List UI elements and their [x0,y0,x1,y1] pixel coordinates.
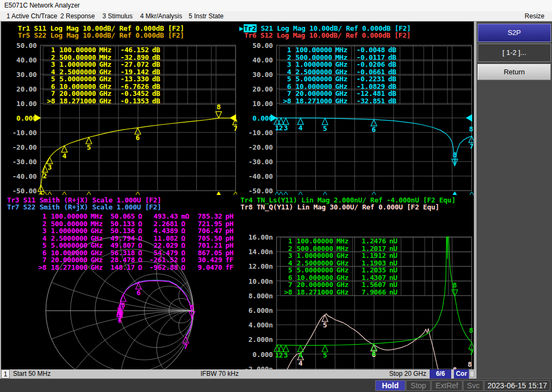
q3-trace7-header: Tr7 S22 Smith (R+jX) Scale 1.000U [F2] [7,203,161,211]
menu-item-3[interactable]: 3 Stimulus [100,11,135,22]
q1-ref-right [230,114,236,122]
cell: dB [150,54,164,61]
q3-marker-table-row-5: 55.0000000GHz49.807Ω22.029Ω701.21pH [34,242,236,249]
cell: MHz [334,245,353,253]
q2-ytick: -50.00 [239,187,273,195]
cell: 500.00000 [293,245,334,253]
menu-item-1[interactable]: 1 Active Ch/Trace [4,11,59,22]
q2-ytick: 40.00 [239,56,273,64]
cell: -13.330 [115,75,150,83]
cell: 49.807 [107,242,136,249]
cell: 50.133 [107,220,136,228]
cell: 5.0000000 [56,75,97,83]
cell: GHz [97,97,115,105]
q1-trace5-header: Tr5 S22 Log Mag 10.00dB/ Ref 0.000dB [F2… [18,31,184,39]
cell: GHz [334,260,353,267]
cell: 3 [279,61,292,68]
cell: GHz [334,267,353,274]
cell: 1.5607 [353,281,387,289]
cell: 1.2035 [353,267,387,274]
q1-marker-7: 7 [233,118,238,132]
cell: fF [223,256,236,264]
cell: GHz [97,61,115,68]
cell: 7 [280,281,293,289]
q1-ytick: -50.00 [3,187,37,195]
cell: MHz [333,54,351,61]
cell: 4 [280,260,293,267]
q1-ytick: 20.00 [3,85,37,93]
cell: Ω [136,235,147,242]
cell: Ω [136,242,147,249]
cell: 7 [43,90,56,97]
cell: 49.794 [107,235,136,242]
q4-marker-table-row-4: 42.5000000GHz1.1903nU [280,260,401,267]
cell: dB [386,90,400,97]
svg-text:2: 2 [279,124,283,132]
cell: 18.271000 [47,264,88,271]
cell: dB [150,75,164,83]
svg-text:4: 4 [299,359,303,367]
cell: -261.52 [147,256,179,264]
cell: GHz [333,83,351,90]
cell: GHz [333,68,351,76]
cell: 5 [43,75,56,83]
cell: dB [386,61,400,68]
cell: -27.072 [115,61,150,68]
cell: Ω [179,249,194,257]
cell: 5 [34,242,47,249]
cell: nU [387,267,401,274]
svg-text:4: 4 [63,152,67,160]
q2-marker-table-row-4: 42.5000000GHz-0.0661dB [279,68,400,76]
q4-green-marker-3: 3 [283,345,289,359]
cell: 100.00000 [56,46,97,54]
cell: 785.32 [194,213,223,220]
q3-marker-6: 6 [136,283,142,297]
menu-item-5[interactable]: 5 Instr State [187,11,226,22]
svg-text:4: 4 [299,124,303,132]
cell: GHz [334,289,353,296]
cell: GHz [88,242,107,249]
active-trace-arrow: ▶ [239,24,244,32]
cell: GHz [97,83,115,90]
svg-text:7: 7 [184,342,188,351]
cell: 2.5000000 [47,235,88,242]
softkey-s2p[interactable]: S2P [478,24,551,42]
menu-item-2[interactable]: 2 Response [58,11,97,22]
cell: GHz [88,235,107,242]
q2-marker-table-row-5: 55.0000000GHz-0.2231dB [279,75,400,83]
cell: >8 [43,97,56,105]
cell: GHz [334,281,353,289]
cell: MHz [88,220,107,228]
svg-text:7: 7 [470,348,474,356]
q1-ytick: 40.00 [3,56,37,64]
cell: 4 [279,68,292,76]
svc-indicator: Svc [463,380,484,391]
svg-text:3: 3 [284,124,288,132]
cell: 867.05 [194,249,223,257]
cell: 3 [34,227,47,235]
q3-marker-table-row-3: 31.0000000GHz50.136Ω4.4389Ω706.47pH [34,227,236,235]
start-frequency: Start 50 MHz [13,369,51,379]
cell: 11.082 [147,235,179,242]
cell: nU [387,289,401,296]
cell: -0.3452 [115,90,150,97]
display-left-edge [0,22,1,369]
q1-marker-table-row-3: 31.0000000GHz-27.072dB [43,61,164,68]
q2-ytick: -40.00 [239,172,273,180]
menu-item-4[interactable]: 4 Mkr/Analysis [138,11,184,22]
svg-text:2: 2 [279,351,283,359]
svg-text:5: 5 [121,301,126,309]
q2-marker-table-row-8: >818.271000GHz-32.851dB [279,97,400,105]
cell: 1 [34,213,47,220]
cell: 18.271000 [292,97,333,105]
cell: GHz [97,68,115,76]
cell: 1.0000000 [47,227,88,235]
menu-item-resize[interactable]: Resize [522,11,547,22]
svg-text:3: 3 [284,351,288,359]
softkey-1-2[interactable]: [ 1-2 ]... [478,44,551,62]
cell: dB [386,75,400,83]
softkey-return[interactable]: Return [478,64,551,80]
cell: Ω [136,256,147,264]
q4-marker-table-row-6: 610.000000GHz1.4307nU [280,274,401,282]
cell: -0.0048 [351,46,386,54]
